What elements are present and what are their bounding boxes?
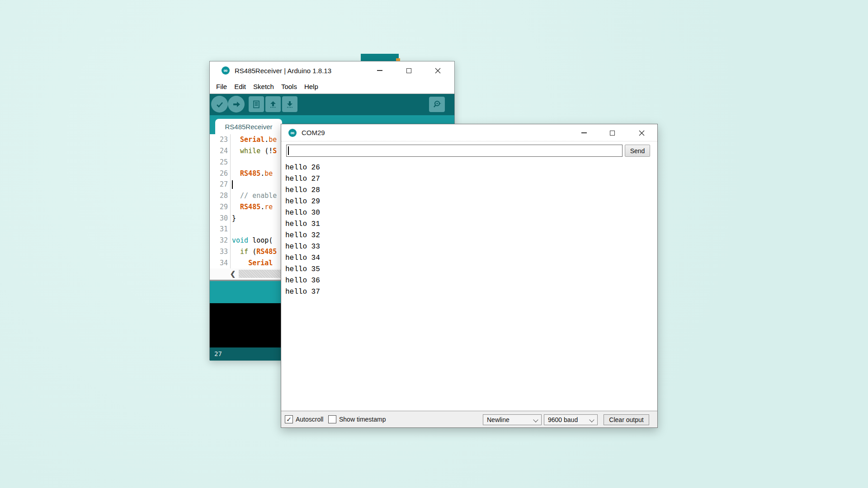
line-number: 34	[210, 259, 230, 267]
serial-send-input[interactable]	[286, 145, 623, 157]
serial-output-line: hello 30	[285, 207, 652, 219]
maximize-icon	[610, 131, 615, 136]
line-number: 28	[210, 192, 230, 200]
arduino-window-title: RS485Receiver | Arduino 1.8.13	[235, 67, 331, 75]
serial-monitor-controls-bar: ✓ Autoscroll Show timestamp Newline 9600…	[281, 411, 657, 427]
serial-output-line: hello 29	[285, 196, 652, 207]
current-line-indicator: 27	[214, 350, 222, 357]
text-caret	[288, 146, 289, 155]
menu-item-edit[interactable]: Edit	[231, 80, 250, 94]
arduino-app-icon: ∞	[288, 129, 297, 137]
minimize-icon	[581, 132, 587, 133]
code-text: // enable	[230, 192, 277, 200]
show-timestamp-checkbox[interactable]	[328, 415, 336, 423]
baud-rate-dropdown[interactable]: 9600 baud	[544, 414, 598, 425]
serial-monitor-titlebar[interactable]: ∞ COM29	[281, 124, 657, 141]
arduino-menubar: FileEditSketchToolsHelp	[210, 80, 454, 94]
line-number: 30	[210, 214, 230, 222]
line-number: 31	[210, 225, 230, 233]
arduino-close-button[interactable]	[427, 61, 448, 80]
menu-item-help[interactable]: Help	[301, 80, 322, 94]
autoscroll-label: Autoscroll	[296, 411, 323, 428]
line-number: 29	[210, 203, 230, 211]
serial-output-line: hello 31	[285, 219, 652, 230]
code-text: Serial.be	[230, 136, 277, 144]
menu-item-sketch[interactable]: Sketch	[250, 80, 278, 94]
new-document-icon	[252, 100, 261, 109]
verify-button[interactable]	[211, 96, 228, 113]
send-button[interactable]: Send	[625, 145, 650, 157]
arduino-app-icon: ∞	[222, 66, 230, 75]
scroll-left-arrow-icon[interactable]: ❮	[229, 269, 236, 278]
serial-minimize-button[interactable]	[574, 124, 594, 141]
line-number: 25	[210, 158, 230, 166]
clear-output-label: Clear output	[609, 416, 643, 423]
desktop: ∞ RS485Receiver | Arduino 1.8.13 FileEdi…	[0, 0, 868, 488]
new-sketch-button[interactable]	[249, 96, 264, 112]
serial-output-line: hello 33	[285, 241, 652, 253]
line-ending-value: Newline	[487, 416, 509, 423]
code-text: RS485.be	[230, 169, 273, 178]
serial-output-line: hello 32	[285, 230, 652, 241]
serial-output-line: hello 35	[285, 264, 652, 275]
upload-arrow-icon	[232, 100, 241, 109]
editor-caret	[232, 180, 233, 189]
tab-label: RS485Receiver	[225, 123, 272, 131]
code-text: Serial	[230, 259, 273, 267]
open-sketch-button[interactable]	[265, 96, 281, 112]
save-down-arrow-icon	[285, 100, 294, 109]
clear-output-button[interactable]: Clear output	[604, 414, 649, 425]
code-text: while (!S	[230, 147, 277, 155]
serial-output-line: hello 28	[285, 185, 652, 196]
serial-monitor-title: COM29	[302, 129, 325, 136]
serial-monitor-magnifier-icon	[432, 99, 442, 109]
code-text: void loop(	[230, 236, 273, 244]
gutter-divider	[230, 134, 231, 268]
arduino-toolbar	[210, 94, 454, 115]
line-number: 26	[210, 169, 230, 178]
serial-monitor-window: ∞ COM29 Send hello 26hello 27hello 28hel…	[281, 124, 658, 428]
verify-check-icon	[215, 100, 224, 109]
code-text: if (RS485	[230, 248, 277, 256]
line-ending-dropdown[interactable]: Newline	[483, 414, 542, 425]
serial-output-line: hello 27	[285, 174, 652, 185]
serial-output-line: hello 26	[285, 162, 652, 174]
serial-maximize-button[interactable]	[602, 124, 623, 141]
close-icon	[435, 68, 441, 74]
close-icon	[639, 130, 645, 136]
code-text: }	[230, 214, 236, 222]
arduino-maximize-button[interactable]	[398, 61, 419, 80]
chevron-down-icon	[589, 417, 594, 422]
autoscroll-checkbox[interactable]: ✓	[285, 415, 293, 423]
open-up-arrow-icon	[269, 100, 278, 109]
code-text: RS485.re	[230, 203, 273, 211]
line-number: 23	[210, 136, 230, 144]
serial-monitor-button[interactable]	[429, 97, 445, 112]
minimize-icon	[377, 70, 382, 71]
serial-output-area[interactable]: hello 26hello 27hello 28hello 29hello 30…	[282, 161, 652, 410]
maximize-icon	[406, 68, 411, 73]
chevron-down-icon	[533, 417, 538, 422]
tab-rs485receiver[interactable]: RS485Receiver	[215, 119, 282, 134]
upload-button[interactable]	[228, 96, 245, 113]
serial-output-line: hello 34	[285, 253, 652, 264]
serial-output-line: hello 37	[285, 286, 652, 298]
show-timestamp-label: Show timestamp	[339, 411, 386, 428]
line-number: 33	[210, 248, 230, 256]
arduino-minimize-button[interactable]	[369, 61, 390, 80]
line-number: 32	[210, 236, 230, 244]
menu-item-tools[interactable]: Tools	[278, 80, 301, 94]
line-number: 24	[210, 147, 230, 155]
line-number: 27	[210, 180, 230, 188]
menu-item-file[interactable]: File	[212, 80, 231, 94]
save-sketch-button[interactable]	[282, 96, 297, 112]
background-window-fragment	[361, 54, 399, 61]
baud-rate-value: 9600 baud	[548, 416, 578, 423]
serial-close-button[interactable]	[631, 124, 652, 141]
serial-output-line: hello 36	[285, 275, 652, 286]
send-button-label: Send	[630, 147, 645, 155]
